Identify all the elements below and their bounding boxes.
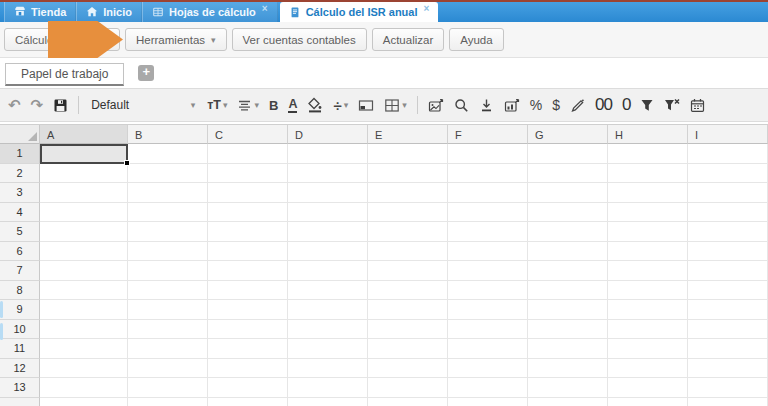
- cell-B5[interactable]: [128, 222, 208, 242]
- search-button[interactable]: [454, 98, 469, 113]
- cell-D7[interactable]: [288, 261, 368, 281]
- merge-cells-button[interactable]: [358, 98, 374, 113]
- cell-A13[interactable]: [40, 378, 128, 398]
- cell-A11[interactable]: [40, 339, 128, 359]
- split-rows-dropdown[interactable]: ÷ ▾: [333, 97, 348, 114]
- sheet-tab-papel-de-trabajo[interactable]: Papel de trabajo: [5, 63, 124, 86]
- cell-E3[interactable]: [368, 183, 448, 203]
- fill-handle[interactable]: [124, 160, 130, 166]
- cell-C1[interactable]: [208, 144, 288, 164]
- cell-H7[interactable]: [608, 261, 688, 281]
- cell-H3[interactable]: [608, 183, 688, 203]
- cell-E9[interactable]: [368, 300, 448, 320]
- add-sheet-button[interactable]: +: [138, 65, 154, 81]
- cell-A10[interactable]: [40, 320, 128, 340]
- tab-tienda[interactable]: Tienda: [4, 2, 76, 22]
- cell-C11[interactable]: [208, 339, 288, 359]
- tab-inicio[interactable]: Inicio: [76, 2, 142, 22]
- cell-G4[interactable]: [528, 203, 608, 223]
- cell-G13[interactable]: [528, 378, 608, 398]
- close-icon[interactable]: ×: [262, 3, 268, 14]
- cell-C4[interactable]: [208, 203, 288, 223]
- cell-D13[interactable]: [288, 378, 368, 398]
- cell-F8[interactable]: [448, 281, 528, 301]
- cell-H1[interactable]: [608, 144, 688, 164]
- cell-D3[interactable]: [288, 183, 368, 203]
- cell-F1[interactable]: [448, 144, 528, 164]
- column-header-B[interactable]: B: [128, 125, 208, 144]
- cell-B2[interactable]: [128, 164, 208, 184]
- cell-I11[interactable]: [688, 339, 768, 359]
- row-header-9[interactable]: 9: [0, 300, 40, 320]
- cell-partial[interactable]: [128, 398, 208, 406]
- cell-F7[interactable]: [448, 261, 528, 281]
- cell-I13[interactable]: [688, 378, 768, 398]
- cell-I9[interactable]: [688, 300, 768, 320]
- undo-button[interactable]: ↶: [8, 96, 21, 114]
- cell-G1[interactable]: [528, 144, 608, 164]
- cell-D4[interactable]: [288, 203, 368, 223]
- cell-H9[interactable]: [608, 300, 688, 320]
- cell-A2[interactable]: [40, 164, 128, 184]
- cell-E11[interactable]: [368, 339, 448, 359]
- cell-F11[interactable]: [448, 339, 528, 359]
- cell-H10[interactable]: [608, 320, 688, 340]
- cell-A6[interactable]: [40, 242, 128, 262]
- cell-F12[interactable]: [448, 359, 528, 379]
- row-header-6[interactable]: 6: [0, 242, 40, 262]
- cell-C9[interactable]: [208, 300, 288, 320]
- cell-C10[interactable]: [208, 320, 288, 340]
- cell-E8[interactable]: [368, 281, 448, 301]
- cell-B4[interactable]: [128, 203, 208, 223]
- cell-F13[interactable]: [448, 378, 528, 398]
- column-header-A[interactable]: A: [40, 125, 128, 144]
- column-header-C[interactable]: C: [208, 125, 288, 144]
- cell-B3[interactable]: [128, 183, 208, 203]
- cell-A5[interactable]: [40, 222, 128, 242]
- cell-F9[interactable]: [448, 300, 528, 320]
- cell-H4[interactable]: [608, 203, 688, 223]
- column-header-H[interactable]: H: [608, 125, 688, 144]
- clear-filter-button[interactable]: [664, 98, 680, 113]
- export-image-button[interactable]: [428, 98, 444, 113]
- cell-G5[interactable]: [528, 222, 608, 242]
- tab-calculo-isr-anual[interactable]: Cálculo del ISR anual ×: [280, 2, 439, 22]
- cell-D11[interactable]: [288, 339, 368, 359]
- cell-partial[interactable]: [688, 398, 768, 406]
- row-header-3[interactable]: 3: [0, 183, 40, 203]
- cell-G3[interactable]: [528, 183, 608, 203]
- row-header-12[interactable]: 12: [0, 359, 40, 379]
- download-button[interactable]: [479, 98, 494, 113]
- cell-D2[interactable]: [288, 164, 368, 184]
- cell-D9[interactable]: [288, 300, 368, 320]
- cell-E10[interactable]: [368, 320, 448, 340]
- bold-button[interactable]: B: [269, 98, 278, 113]
- cell-B6[interactable]: [128, 242, 208, 262]
- row-header-2[interactable]: 2: [0, 164, 40, 184]
- cell-E12[interactable]: [368, 359, 448, 379]
- cell-B11[interactable]: [128, 339, 208, 359]
- calendar-button[interactable]: [690, 98, 705, 113]
- cell-D8[interactable]: [288, 281, 368, 301]
- export-chart-button[interactable]: [504, 98, 520, 113]
- row-header-partial[interactable]: [0, 398, 40, 406]
- cell-E13[interactable]: [368, 378, 448, 398]
- cell-A8[interactable]: [40, 281, 128, 301]
- text-color-button[interactable]: A: [288, 98, 297, 113]
- add-decimals-button[interactable]: 00: [595, 95, 612, 115]
- cell-A9[interactable]: [40, 300, 128, 320]
- cell-F4[interactable]: [448, 203, 528, 223]
- fill-color-button[interactable]: [307, 97, 323, 113]
- format-painter-button[interactable]: [570, 98, 585, 113]
- cell-B12[interactable]: [128, 359, 208, 379]
- close-icon[interactable]: ×: [424, 3, 430, 14]
- cell-partial[interactable]: [208, 398, 288, 406]
- alignment-dropdown[interactable]: ▾: [237, 98, 259, 113]
- cell-E6[interactable]: [368, 242, 448, 262]
- row-header-4[interactable]: 4: [0, 203, 40, 223]
- cell-C7[interactable]: [208, 261, 288, 281]
- cell-I6[interactable]: [688, 242, 768, 262]
- borders-dropdown[interactable]: ▾: [384, 98, 407, 113]
- cell-B1[interactable]: [128, 144, 208, 164]
- cell-I3[interactable]: [688, 183, 768, 203]
